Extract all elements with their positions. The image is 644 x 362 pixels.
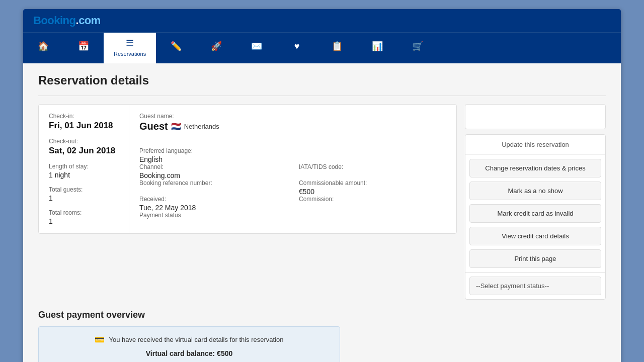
checkout-label: Check-out:: [49, 138, 119, 145]
ref-label: Booking reference number:: [139, 179, 287, 187]
card-inner: Check-in: Fri, 01 Jun 2018 Check-out: Sa…: [39, 105, 456, 233]
pencil-icon: ✏️: [171, 41, 182, 52]
language-value: English: [139, 155, 287, 163]
right-col: Guest name: Guest 🇳🇱 Netherlands Preferr…: [129, 105, 456, 233]
guests-label: Total guests:: [49, 186, 119, 193]
checkin-label: Check-in:: [49, 113, 119, 120]
credit-card-icon: 💳: [95, 335, 105, 344]
commission2-label: Commission:: [299, 196, 446, 203]
received-value: Tue, 22 May 2018: [139, 204, 287, 212]
guest-country: Netherlands: [184, 123, 219, 130]
nav-cart[interactable]: 🛒: [397, 33, 438, 63]
right-col-grid: Preferred language: English Channel: Boo…: [139, 147, 446, 220]
vc-balance-label: Virtual card balance:: [146, 349, 215, 357]
nav-list[interactable]: 📋: [317, 33, 357, 63]
channel-value: Booking.com: [139, 171, 287, 179]
print-button[interactable]: Print this page: [469, 249, 601, 268]
change-dates-button[interactable]: Change reservation dates & prices: [469, 159, 601, 177]
rooms-label: Total rooms:: [49, 209, 119, 216]
guest-name: Guest: [139, 121, 168, 132]
nav-chart[interactable]: 📊: [357, 33, 397, 63]
divider: [465, 272, 605, 273]
virtual-card-balance: Virtual card balance: €500: [146, 349, 233, 357]
channel-label: Channel:: [139, 163, 287, 170]
main-nav: 🏠 📅 ☰ Reservations ✏️ 🚀 ✉️ ♥ 📋 📊 🛒: [23, 32, 621, 63]
received-label: Received:: [139, 196, 287, 203]
flag-icon: 🇳🇱: [171, 122, 181, 131]
rocket-icon: 🚀: [211, 41, 222, 52]
guest-name-label: Guest name:: [139, 113, 446, 120]
home-icon: 🏠: [38, 41, 49, 52]
logo: Booking.com: [33, 14, 611, 27]
update-card: Update this reservation Change reservati…: [465, 134, 606, 300]
guests-value: 1: [49, 194, 119, 202]
reservation-details-card: Check-in: Fri, 01 Jun 2018 Check-out: Sa…: [38, 104, 457, 234]
document-icon: 📋: [332, 41, 343, 52]
checkout-value: Sat, 02 Jun 2018: [49, 146, 119, 156]
payment-status-select[interactable]: --Select payment status--: [469, 277, 601, 295]
vc-balance-value: €500: [217, 349, 232, 357]
page-title: Reservation details: [38, 73, 606, 87]
length-value: 1 night: [49, 171, 119, 179]
heart-icon: ♥: [294, 41, 300, 52]
content-area: Reservation details Check-in: Fri, 01 Ju…: [23, 63, 621, 362]
language-label: Preferred language:: [139, 147, 287, 154]
view-credit-button[interactable]: View credit card details: [469, 227, 601, 245]
cart-icon: 🛒: [412, 41, 423, 52]
main-window: Booking.com 🏠 📅 ☰ Reservations ✏️ 🚀 ✉️ ♥…: [23, 9, 621, 362]
calendar-icon: 📅: [78, 41, 89, 52]
length-label: Length of stay:: [49, 163, 119, 170]
virtual-card-banner: 💳 You have received the virtual card det…: [38, 326, 340, 362]
nav-favorites[interactable]: ♥: [277, 33, 317, 63]
envelope-icon: ✉️: [251, 41, 262, 52]
nav-rocket[interactable]: 🚀: [196, 33, 236, 63]
nav-edit[interactable]: ✏️: [156, 33, 196, 63]
title-divider: [38, 96, 606, 96]
guest-name-row: Guest 🇳🇱 Netherlands: [139, 121, 446, 132]
virtual-card-msg-text: You have received the virtual card detai…: [109, 336, 283, 343]
nav-messages[interactable]: ✉️: [236, 33, 277, 63]
nav-calendar[interactable]: 📅: [63, 33, 104, 63]
iata-label: IATA/TIDS code:: [299, 163, 446, 170]
no-show-button[interactable]: Mark as a no show: [469, 182, 601, 200]
credit-invalid-button[interactable]: Mark credit card as invalid: [469, 204, 601, 223]
payment-status-label: Payment status: [139, 212, 287, 219]
search-box[interactable]: [465, 104, 606, 129]
chart-icon: 📊: [372, 41, 383, 52]
logo-com: com: [78, 14, 101, 27]
commission-value: €500: [299, 188, 446, 196]
logo-text: Booking: [33, 14, 76, 27]
payment-section-title: Guest payment overview: [38, 310, 606, 320]
nav-home[interactable]: 🏠: [23, 33, 63, 63]
list-icon: ☰: [126, 38, 134, 49]
header: Booking.com: [23, 9, 621, 32]
commission-label: Commissionable amount:: [299, 179, 446, 187]
left-col: Check-in: Fri, 01 Jun 2018 Check-out: Sa…: [39, 105, 129, 233]
virtual-card-message: 💳 You have received the virtual card det…: [95, 335, 283, 344]
nav-reservations-label: Reservations: [114, 51, 146, 57]
payment-section: Guest payment overview 💳 You have receiv…: [38, 310, 606, 362]
nav-reservations[interactable]: ☰ Reservations: [104, 33, 156, 63]
update-title: Update this reservation: [465, 135, 605, 155]
details-section: Check-in: Fri, 01 Jun 2018 Check-out: Sa…: [38, 104, 606, 300]
checkin-value: Fri, 01 Jun 2018: [49, 121, 119, 131]
sidebar: Update this reservation Change reservati…: [465, 104, 606, 300]
rooms-value: 1: [49, 217, 119, 225]
